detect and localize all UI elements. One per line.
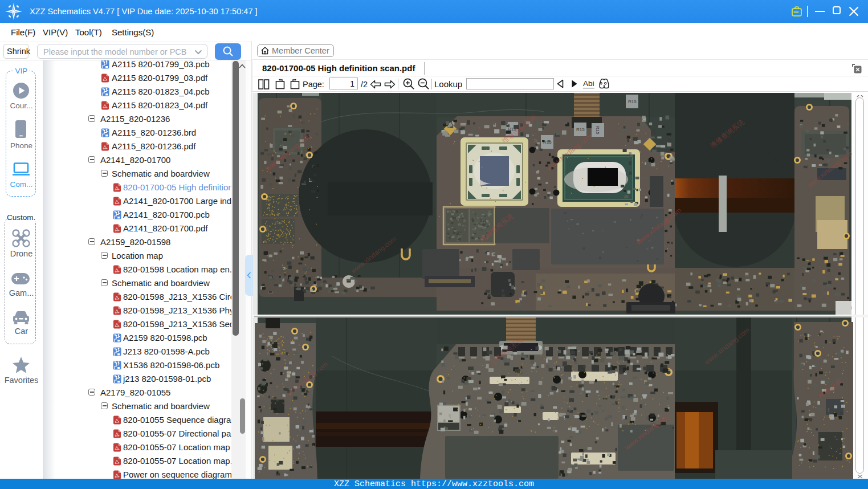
svg-text:R15: R15 [595,126,600,135]
svg-text:R15: R15 [576,127,585,132]
svg-text:R15: R15 [628,99,637,104]
